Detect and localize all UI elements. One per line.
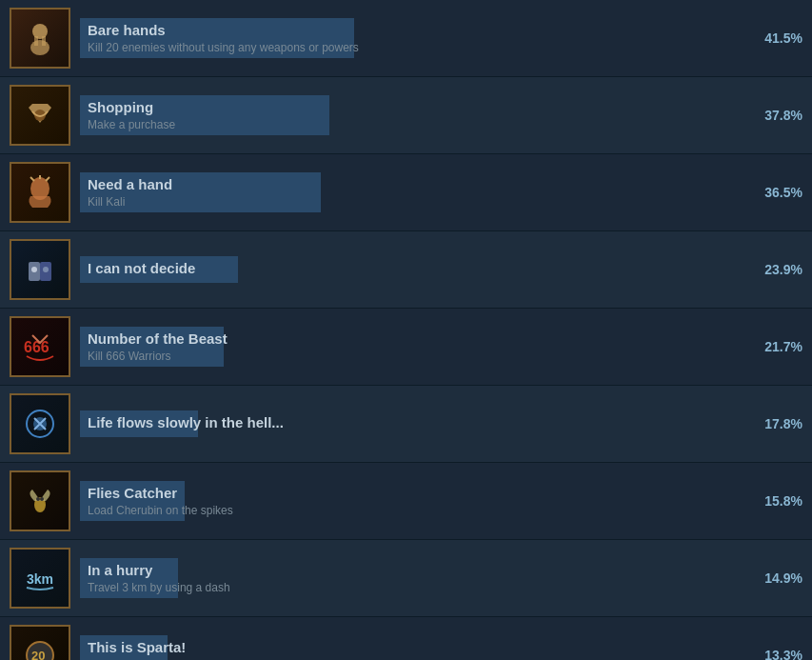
achievement-title-beast: Number of the Beast <box>88 330 733 347</box>
achievement-title-in-a-hurry: In a hurry <box>88 562 733 578</box>
achievement-desc-bare-hands: Kill 20 enemies without using any weapon… <box>88 41 733 54</box>
achievement-desc-in-a-hurry: Travel 3 km by using a dash <box>88 581 733 594</box>
achievement-percent-this-is-sparta: 13.3% <box>755 648 802 660</box>
achievement-row-need-hand[interactable]: Need a handKill Kali36.5% <box>0 154 812 231</box>
svg-line-8 <box>46 177 50 181</box>
achievement-icon-bare-hands <box>10 8 70 69</box>
achievement-row-bare-hands[interactable]: Bare handsKill 20 enemies without using … <box>0 0 812 77</box>
svg-point-18 <box>40 497 44 501</box>
achievement-row-shopping[interactable]: ShoppingMake a purchase37.8% <box>0 77 812 154</box>
achievement-content-life-flows: Life flows slowly in the hell... <box>80 410 741 437</box>
achievement-icon-need-hand <box>10 162 70 223</box>
achievement-text-bare-hands: Bare handsKill 20 enemies without using … <box>80 18 741 58</box>
achievement-content-flies-catcher: Flies CatcherLoad Cherubin on the spikes <box>80 481 741 521</box>
achievement-title-flies-catcher: Flies Catcher <box>88 485 733 501</box>
achievement-percent-can-not-decide: 23.9% <box>755 262 802 277</box>
svg-point-17 <box>36 497 40 501</box>
achievement-row-life-flows[interactable]: Life flows slowly in the hell...17.8% <box>0 386 812 463</box>
svg-rect-3 <box>42 36 46 46</box>
achievement-desc-flies-catcher: Load Cherubin on the spikes <box>88 504 733 517</box>
achievement-content-need-hand: Need a handKill Kali <box>80 172 741 212</box>
achievement-text-this-is-sparta: This is Sparta!Kill 20 enemies in Slow M… <box>80 635 741 660</box>
svg-point-1 <box>30 40 50 55</box>
achievement-percent-shopping: 37.8% <box>755 108 802 123</box>
achievement-content-can-not-decide: I can not decide <box>80 256 741 283</box>
svg-text:3km: 3km <box>27 571 53 587</box>
achievement-icon-life-flows <box>10 393 70 454</box>
achievement-text-can-not-decide: I can not decide <box>80 256 741 283</box>
achievement-icon-this-is-sparta: 20 <box>10 625 70 660</box>
achievement-row-flies-catcher[interactable]: Flies CatcherLoad Cherubin on the spikes… <box>0 463 812 540</box>
svg-point-12 <box>43 267 49 272</box>
achievement-percent-bare-hands: 41.5% <box>755 30 802 46</box>
achievement-row-in-a-hurry[interactable]: 3km In a hurryTravel 3 km by using a das… <box>0 540 812 617</box>
svg-rect-2 <box>34 36 38 46</box>
achievement-row-this-is-sparta[interactable]: 20 This is Sparta!Kill 20 enemies in Slo… <box>0 617 812 660</box>
achievement-content-shopping: ShoppingMake a purchase <box>80 95 741 135</box>
achievement-desc-shopping: Make a purchase <box>88 118 733 131</box>
achievement-row-can-not-decide[interactable]: I can not decide23.9% <box>0 231 812 309</box>
achievement-text-in-a-hurry: In a hurryTravel 3 km by using a dash <box>80 558 741 598</box>
achievement-percent-need-hand: 36.5% <box>755 185 802 200</box>
svg-text:666: 666 <box>24 339 50 355</box>
achievement-percent-life-flows: 17.8% <box>755 416 802 431</box>
achievement-title-this-is-sparta: This is Sparta! <box>88 639 733 655</box>
achievement-title-bare-hands: Bare hands <box>88 22 733 38</box>
achievement-icon-shopping <box>10 85 70 146</box>
achievement-icon-beast: 666 <box>10 316 70 377</box>
achievement-title-can-not-decide: I can not decide <box>88 260 733 276</box>
achievement-title-life-flows: Life flows slowly in the hell... <box>88 414 733 430</box>
svg-line-7 <box>30 177 34 181</box>
achievement-content-bare-hands: Bare handsKill 20 enemies without using … <box>80 18 741 58</box>
achievement-desc-beast: Kill 666 Warriors <box>88 350 733 363</box>
achievement-percent-in-a-hurry: 14.9% <box>755 570 802 586</box>
achievement-icon-flies-catcher <box>10 470 70 531</box>
achievement-text-beast: Number of the BeastKill 666 Warriors <box>80 327 741 367</box>
achievement-percent-flies-catcher: 15.8% <box>755 493 802 509</box>
achievement-text-flies-catcher: Flies CatcherLoad Cherubin on the spikes <box>80 481 741 521</box>
achievement-text-need-hand: Need a handKill Kali <box>80 172 741 212</box>
achievement-text-life-flows: Life flows slowly in the hell... <box>80 410 741 437</box>
achievement-row-beast[interactable]: 666 Number of the BeastKill 666 Warriors… <box>0 309 812 386</box>
achievement-content-in-a-hurry: In a hurryTravel 3 km by using a dash <box>80 558 741 598</box>
svg-text:20: 20 <box>31 649 45 660</box>
achievement-icon-can-not-decide <box>10 239 70 300</box>
achievement-percent-beast: 21.7% <box>755 339 802 354</box>
achievement-content-beast: Number of the BeastKill 666 Warriors <box>80 327 741 367</box>
achievement-title-shopping: Shopping <box>88 99 733 115</box>
achievement-list: Bare handsKill 20 enemies without using … <box>0 0 812 660</box>
achievement-title-need-hand: Need a hand <box>88 176 733 192</box>
achievement-icon-in-a-hurry: 3km <box>10 548 70 609</box>
achievement-desc-need-hand: Kill Kali <box>88 195 733 209</box>
svg-point-11 <box>31 267 37 272</box>
achievement-text-shopping: ShoppingMake a purchase <box>80 95 741 135</box>
achievement-content-this-is-sparta: This is Sparta!Kill 20 enemies in Slow M… <box>80 635 741 660</box>
